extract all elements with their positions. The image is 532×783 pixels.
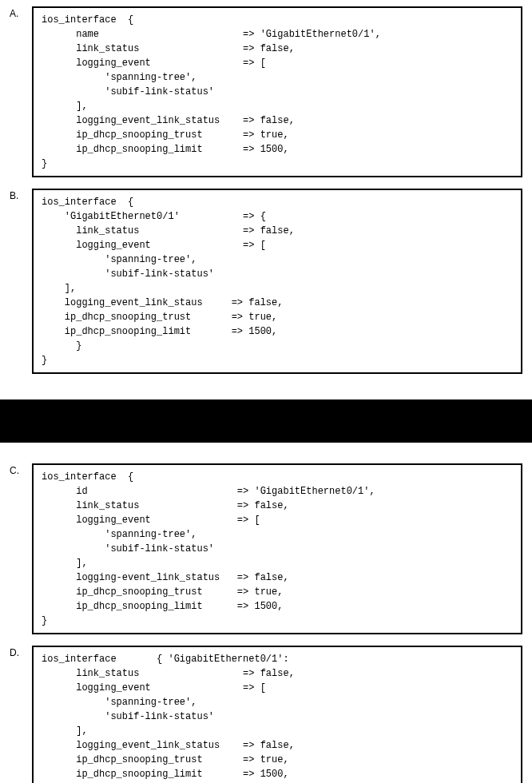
redacted-bar xyxy=(0,399,532,443)
option-block-c: C. ios_interface { id => 'GigabitEtherne… xyxy=(10,463,522,634)
code-box-b: ios_interface { 'GigabitEthernet0/1' => … xyxy=(32,189,522,374)
option-label-c: C. xyxy=(10,463,32,476)
option-block-d: D. ios_interface { 'GigabitEthernet0/1':… xyxy=(10,646,522,783)
option-block-b: B. ios_interface { 'GigabitEthernet0/1' … xyxy=(10,189,522,374)
code-box-c: ios_interface { id => 'GigabitEthernet0/… xyxy=(32,463,522,634)
code-box-a: ios_interface { name => 'GigabitEthernet… xyxy=(32,6,522,177)
option-block-a: A. ios_interface { name => 'GigabitEther… xyxy=(10,6,522,177)
code-box-d: ios_interface { 'GigabitEthernet0/1': li… xyxy=(32,646,522,783)
code-content-d: ios_interface { 'GigabitEthernet0/1': li… xyxy=(42,652,513,783)
option-label-d: D. xyxy=(10,646,32,658)
page-container: A. ios_interface { name => 'GigabitEther… xyxy=(0,0,532,392)
code-content-b: ios_interface { 'GigabitEthernet0/1' => … xyxy=(42,195,513,368)
page-container-lower: C. ios_interface { id => 'GigabitEtherne… xyxy=(0,457,532,783)
option-label-a: A. xyxy=(10,6,32,19)
option-label-b: B. xyxy=(10,189,32,201)
code-content-c: ios_interface { id => 'GigabitEthernet0/… xyxy=(42,470,513,628)
code-content-a: ios_interface { name => 'GigabitEthernet… xyxy=(42,13,513,171)
